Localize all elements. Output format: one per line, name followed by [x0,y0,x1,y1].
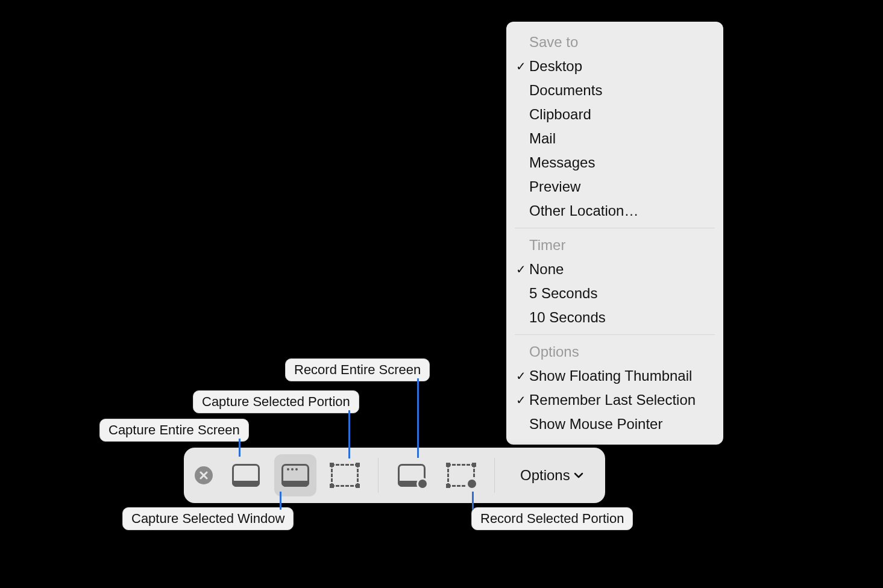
menu-item-label: Preview [529,178,580,195]
callout-record-entire-screen: Record Entire Screen [285,358,430,381]
leader-line [417,378,419,458]
chevron-down-icon [574,472,583,478]
menu-item-timer-10s[interactable]: ✓10 Seconds [506,305,723,330]
menu-item-messages[interactable]: ✓Messages [506,151,723,175]
menu-item-label: Other Location… [529,202,638,219]
menu-item-label: 5 Seconds [529,285,597,302]
capture-selected-window-button[interactable] [274,454,316,496]
record-selected-portion-button[interactable] [440,454,482,496]
close-icon [200,471,208,480]
menu-item-label: Clipboard [529,106,591,123]
screenshot-toolbar: Options [184,448,605,503]
window-icon [281,464,309,487]
menu-item-label: Show Floating Thumbnail [529,367,692,384]
menu-item-timer-none[interactable]: ✓None [506,257,723,281]
menu-item-timer-5s[interactable]: ✓5 Seconds [506,281,723,305]
record-entire-screen-button[interactable] [391,454,433,496]
menu-item-label: Documents [529,82,602,99]
menu-item-label: Messages [529,154,595,171]
screen-record-icon [398,464,426,487]
toolbar-divider [378,458,379,493]
menu-section-timer: Timer [506,233,723,257]
menu-section-options: Options [506,340,723,364]
leader-line [472,492,474,510]
menu-section-save-to: Save to [506,30,723,54]
callout-capture-selected-portion: Capture Selected Portion [193,390,359,413]
menu-separator [515,228,715,228]
menu-item-show-floating-thumbnail[interactable]: ✓Show Floating Thumbnail [506,364,723,388]
leader-line [239,439,240,457]
menu-item-remember-last-selection[interactable]: ✓Remember Last Selection [506,388,723,412]
menu-item-show-mouse-pointer[interactable]: ✓Show Mouse Pointer [506,412,723,436]
menu-item-preview[interactable]: ✓Preview [506,175,723,199]
menu-item-clipboard[interactable]: ✓Clipboard [506,102,723,127]
screen-icon [232,464,260,487]
menu-item-other-location[interactable]: ✓Other Location… [506,199,723,223]
selection-icon [331,464,359,487]
callout-capture-entire-screen: Capture Entire Screen [99,419,249,442]
menu-separator [515,334,715,335]
toolbar-divider [494,458,495,493]
options-button[interactable]: Options [509,454,594,496]
menu-item-documents[interactable]: ✓Documents [506,78,723,102]
options-button-label: Options [520,467,570,484]
menu-item-label: Remember Last Selection [529,392,696,408]
callout-record-selected-portion: Record Selected Portion [471,507,633,530]
menu-item-label: 10 Seconds [529,309,606,326]
capture-entire-screen-button[interactable] [225,454,267,496]
options-menu: Save to ✓Desktop ✓Documents ✓Clipboard ✓… [506,22,723,445]
menu-item-label: Desktop [529,58,582,75]
menu-item-label: Show Mouse Pointer [529,416,662,433]
leader-line [280,492,281,510]
leader-line [348,410,350,458]
selection-record-icon [447,464,475,487]
menu-item-label: None [529,261,564,278]
menu-item-label: Mail [529,130,556,147]
capture-selected-portion-button[interactable] [324,454,366,496]
close-button[interactable] [195,466,213,484]
menu-item-desktop[interactable]: ✓Desktop [506,54,723,78]
callout-capture-selected-window: Capture Selected Window [122,507,294,530]
menu-item-mail[interactable]: ✓Mail [506,127,723,151]
